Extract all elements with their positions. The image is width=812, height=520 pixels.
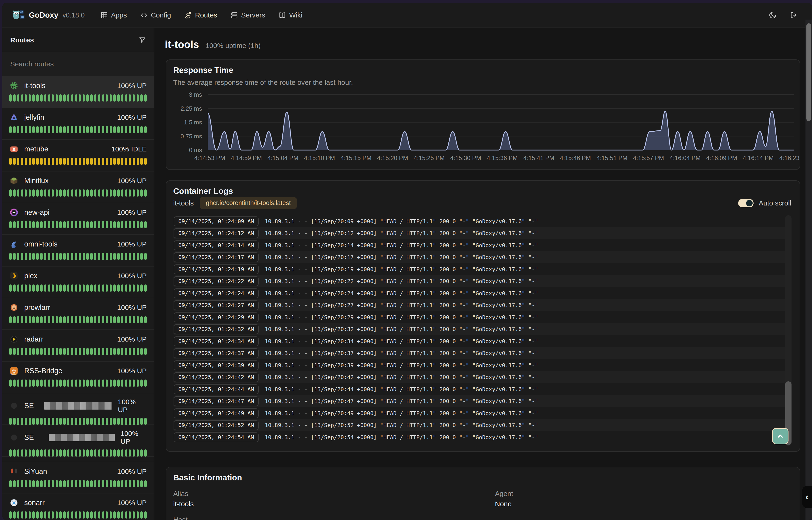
uptime-bar (56, 189, 58, 197)
sidebar-route-it-tools[interactable]: it-tools100% UP (2, 76, 153, 108)
uptime-bar (17, 158, 19, 165)
sidebar-route-rss-bridge[interactable]: rssBridgeRSS-Bridge100% UP (2, 362, 153, 393)
uptime-bar (71, 380, 73, 387)
uptime-bar (102, 253, 104, 260)
route-list: it-tools100% UPjellyfin100% UPmetube100%… (2, 76, 153, 520)
sidebar-route-jellyfin[interactable]: jellyfin100% UP (2, 108, 153, 140)
uptime-bar (79, 284, 81, 292)
sidebar-route-radarr[interactable]: radarr100% UP (2, 330, 153, 362)
panel-collapse-button[interactable]: ‹ (802, 486, 812, 508)
uptime-bar (29, 511, 31, 519)
uptime-bar (52, 189, 54, 197)
uptime-bar (63, 221, 66, 228)
sidebar-route-new-api[interactable]: new-api100% UP (2, 203, 153, 235)
route-name: SE (24, 401, 34, 410)
uptime-bar (98, 418, 100, 425)
page-scrollbar-thumb[interactable] (806, 23, 811, 121)
log-message: 10.89.3.1 - - [13/Sep/20:42 +0000] "HEAD… (265, 374, 538, 381)
uptime-bar (40, 511, 43, 519)
uptime-bar (32, 380, 35, 387)
uptime-bar (32, 94, 35, 102)
sidebar-route-miniflux[interactable]: Miniflux100% UP (2, 172, 153, 203)
uptime-bar (9, 316, 12, 323)
uptime-bar (48, 94, 50, 102)
uptime-bar (13, 253, 16, 260)
uptime-bar (94, 380, 96, 387)
uptime-bar (137, 449, 139, 457)
uptime-bar (32, 418, 35, 425)
route-name: SE (24, 433, 34, 442)
uptime-bar (25, 284, 27, 292)
nav-item-apps[interactable]: Apps (101, 11, 127, 19)
uptime-bar (44, 511, 46, 519)
uptime-bar (110, 94, 112, 102)
logout-icon[interactable] (789, 11, 797, 19)
uptime-bar (71, 480, 73, 487)
y-axis-tick-label: 0 ms (189, 147, 202, 154)
uptime-bar (113, 253, 116, 260)
uptime-bar (36, 348, 39, 355)
uptime-bar (59, 158, 62, 165)
servers-icon (231, 11, 238, 19)
sidebar-route-omni-tools[interactable]: omni-tools100% UP (2, 235, 153, 266)
sidebar-route-siyuan[interactable]: SiYuan100% UP (2, 462, 153, 493)
route-status-badge: 100% UP (117, 304, 147, 311)
log-row: 09/14/2025, 01:24:17 AM10.89.3.1 - - [13… (173, 251, 790, 263)
nav-item-routes[interactable]: Routes (185, 11, 217, 19)
uptime-bar (140, 284, 143, 292)
uptime-bar (13, 94, 16, 102)
uptime-bar (79, 480, 81, 487)
uptime-bar (140, 126, 143, 133)
log-timestamp: 09/14/2025, 01:24:34 AM (174, 336, 259, 346)
uptime-bar (21, 94, 23, 102)
uptime-bar (40, 380, 43, 387)
filter-funnel-icon[interactable] (139, 36, 146, 44)
sidebar-route-se-redacted-10[interactable]: SE100% UP (2, 393, 153, 425)
nav-item-wiki[interactable]: Wiki (279, 11, 302, 19)
route-name: RSS-Bridge (24, 367, 62, 375)
uptime-bar (75, 316, 77, 323)
uptime-bar (75, 158, 77, 165)
scroll-to-top-button[interactable] (772, 428, 788, 444)
main-content: it-tools 100% uptime (1h) Response Time … (155, 28, 812, 520)
nav-item-config[interactable]: Config (140, 11, 171, 19)
container-logs-card: Container Logs it-tools ghcr.io/corentin… (166, 180, 800, 452)
sidebar-route-plex[interactable]: plex100% UP (2, 266, 153, 298)
uptime-bar (117, 511, 120, 519)
uptime-bar (36, 253, 39, 260)
search-routes-input[interactable] (2, 60, 153, 68)
uptime-bar (32, 316, 35, 323)
uptime-bar (29, 348, 31, 355)
sidebar-route-sonarr[interactable]: sonarr100% UP (2, 493, 153, 520)
uptime-bar (90, 316, 93, 323)
uptime-bar (102, 94, 104, 102)
autoscroll-toggle[interactable] (738, 199, 754, 207)
uptime-bar (137, 221, 139, 228)
uptime-bar (67, 348, 69, 355)
uptime-bar (106, 418, 108, 425)
uptime-bar (90, 449, 93, 457)
nav-item-servers[interactable]: Servers (231, 11, 265, 19)
uptime-bar (13, 316, 16, 323)
uptime-bar (144, 418, 147, 425)
uptime-bar (113, 126, 116, 133)
uptime-bar (83, 126, 85, 133)
uptime-bar (75, 480, 77, 487)
uptime-bar (102, 449, 104, 457)
sidebar-route-se-redacted-11[interactable]: SE100% UP (2, 425, 153, 457)
sidebar-route-metube[interactable]: metube100% IDLE (2, 140, 153, 172)
uptime-bar (40, 126, 43, 133)
sidebar-route-prowlarr[interactable]: prowlarr100% UP (2, 298, 153, 330)
uptime-bar (9, 189, 12, 197)
uptime-bar (56, 221, 58, 228)
log-timestamp: 09/14/2025, 01:24:37 AM (174, 348, 259, 358)
uptime-bar (121, 158, 123, 165)
theme-toggle-moon-icon[interactable] (769, 11, 777, 19)
uptime-bar (140, 316, 143, 323)
log-message: 10.89.3.1 - - [13/Sep/20:37 +0000] "HEAD… (265, 350, 538, 357)
uptime-bar (63, 316, 66, 323)
uptime-bar (71, 126, 73, 133)
prowlarr-icon (9, 303, 19, 312)
uptime-bar (129, 284, 131, 292)
uptime-bar (25, 253, 27, 260)
